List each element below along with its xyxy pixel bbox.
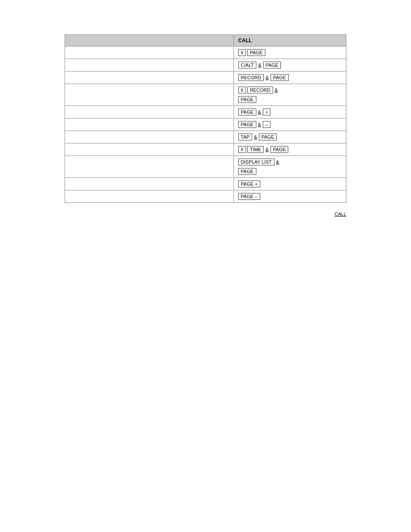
row-keys: RECORD&PAGE — [234, 72, 346, 84]
key-amp: & — [258, 109, 261, 115]
row-label — [65, 106, 234, 118]
row-keys: #RECORD&PAGE — [234, 84, 346, 106]
row-keys: PAGE&+ — [234, 106, 346, 118]
col1-header — [65, 35, 234, 47]
key-box: # — [238, 146, 246, 153]
key-amp: & — [265, 147, 268, 152]
row-label — [65, 143, 234, 156]
col2-header: CALL — [234, 35, 346, 47]
row-keys: TAP&PAGE — [234, 131, 346, 143]
table-row: C/ALT&PAGE — [65, 59, 346, 72]
key-box: – — [263, 121, 271, 128]
key-box: C/ALT — [238, 62, 256, 68]
key-amp: & — [275, 87, 278, 93]
key-box: RECORD — [238, 74, 264, 81]
row-label — [65, 47, 234, 59]
row-label — [65, 190, 234, 203]
row-label — [65, 131, 234, 143]
key-box: PAGE — [263, 62, 281, 68]
key-box: PAGE + — [238, 180, 260, 187]
key-box: RECORD — [247, 87, 273, 93]
note-line: CALL — [65, 212, 346, 217]
key-box: TAP — [238, 134, 252, 140]
key-box: # — [238, 87, 246, 93]
page-container: CALL #PAGEC/ALT&PAGERECORD&PAGE#RECORD&P… — [0, 0, 411, 532]
table-row: DISPLAY LIST&PAGE — [65, 156, 346, 178]
row-label — [65, 59, 234, 72]
key-box: PAGE — [238, 96, 256, 103]
table-row: PAGE&– — [65, 118, 346, 131]
key-amp: & — [254, 134, 257, 140]
row-keys: #PAGE — [234, 47, 346, 59]
table-row: TAP&PAGE — [65, 131, 346, 143]
key-box: PAGE — [271, 74, 289, 81]
row-keys: PAGE + — [234, 178, 346, 190]
table-row: RECORD&PAGE — [65, 72, 346, 84]
key-box: DISPLAY LIST — [238, 159, 274, 165]
row-keys: PAGE&– — [234, 118, 346, 131]
key-box: PAGE — [238, 121, 256, 128]
table-row: PAGE&+ — [65, 106, 346, 118]
row-keys: #TIME&PAGE — [234, 143, 346, 156]
row-label — [65, 84, 234, 106]
table-row: #PAGE — [65, 47, 346, 59]
key-box: TIME — [247, 146, 264, 153]
row-keys: C/ALT&PAGE — [234, 59, 346, 72]
key-box: PAGE – — [238, 193, 260, 200]
key-amp: & — [258, 62, 261, 68]
row-label — [65, 118, 234, 131]
table-row: PAGE – — [65, 190, 346, 203]
row-keys: PAGE – — [234, 190, 346, 203]
row-label — [65, 156, 234, 178]
key-amp: & — [265, 75, 268, 80]
key-box: PAGE — [259, 134, 277, 140]
table-row: #RECORD&PAGE — [65, 84, 346, 106]
key-amp: & — [258, 122, 261, 127]
key-box: PAGE — [247, 49, 265, 56]
key-box: PAGE — [238, 168, 256, 175]
key-box: # — [238, 49, 246, 56]
shortcut-table: CALL #PAGEC/ALT&PAGERECORD&PAGE#RECORD&P… — [65, 34, 346, 203]
table-row: #TIME&PAGE — [65, 143, 346, 156]
key-box: + — [263, 109, 271, 115]
row-keys: DISPLAY LIST&PAGE — [234, 156, 346, 178]
row-label — [65, 178, 234, 190]
table-row: PAGE + — [65, 178, 346, 190]
row-label — [65, 72, 234, 84]
key-amp: & — [276, 159, 279, 165]
key-box: PAGE — [271, 146, 289, 153]
key-box: PAGE — [238, 109, 256, 115]
